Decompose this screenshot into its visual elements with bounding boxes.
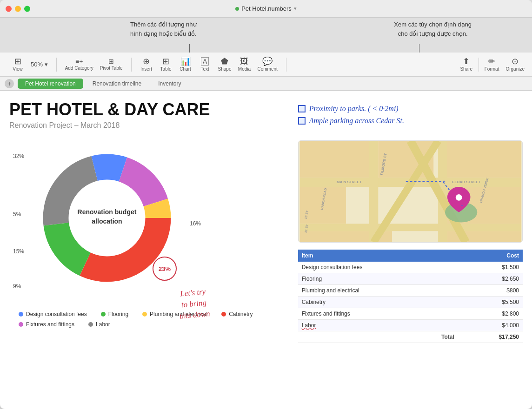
annotation-circle-23: 23% xyxy=(153,257,177,281)
donut-chart-wrapper[interactable]: 32% 5% 15% 9% 16% xyxy=(9,139,205,306)
col-header-cost: Cost xyxy=(458,250,523,262)
document-subtitle: Renovation Project – March 2018 xyxy=(9,121,284,130)
svg-text:CEDAR STREET: CEDAR STREET xyxy=(452,180,481,184)
col-header-item: Item xyxy=(298,250,458,262)
handwrite-note: Let's tryto bringthis down xyxy=(177,286,211,322)
tab-pet-hotel-renovation[interactable]: Pet Hotel renovation xyxy=(18,79,83,89)
document-title: PET HOTEL & DAY CARE xyxy=(9,100,284,119)
view-icon: ⊞ xyxy=(14,57,21,66)
svg-rect-19 xyxy=(369,141,378,242)
organize-button[interactable]: ⊙ Organize xyxy=(503,55,527,73)
table-row: Cabinetry$5,500 xyxy=(298,297,523,308)
notes-area: Proximity to parks. ( < 0·2mi) Ample par… xyxy=(298,100,523,133)
table-icon: ⊞ xyxy=(162,57,169,66)
chart-button[interactable]: 📊 Chart xyxy=(176,55,195,73)
add-tab-button[interactable]: + xyxy=(5,79,14,88)
toolbar-view-group: ⊞ View 50% ▾ xyxy=(5,55,54,73)
map-svg: FILMORE ST MAIN STREET CEDAR STREET 18 S… xyxy=(299,141,522,242)
zoom-button[interactable]: 50% ▾ xyxy=(28,59,51,69)
legend-item-design: Design consultation fees xyxy=(19,311,87,317)
svg-rect-12 xyxy=(443,141,521,178)
toolbar: ⊞ View 50% ▾ ≡+ Add Category ⊞ Pivot Tab… xyxy=(0,53,532,77)
note-item-1: Proximity to parks. ( < 0·2mi) xyxy=(298,105,523,113)
view-button[interactable]: ⊞ View xyxy=(8,55,27,73)
media-icon: 🖼 xyxy=(240,57,248,66)
legend-dot-fixtures xyxy=(19,322,23,327)
organize-icon: ⊙ xyxy=(512,57,519,66)
table-row: Labor$4,000 xyxy=(298,320,523,331)
table-cell-cost: $2,800 xyxy=(458,308,523,320)
shape-icon: ⬟ xyxy=(221,57,228,66)
sep2 xyxy=(131,58,132,72)
app-window: Pet Hotel.numbers ▾ Thêm các đối tượng n… xyxy=(0,0,532,409)
toolbar-insert-group: ⊕ Insert ⊞ Table 📊 Chart A Text ⬟ Shape … xyxy=(133,55,284,73)
map-area[interactable]: FILMORE ST MAIN STREET CEDAR STREET 18 S… xyxy=(298,140,523,243)
cost-table: Item Cost Design consultation fees$1,500… xyxy=(298,250,523,343)
text-icon: A xyxy=(201,57,209,66)
sep3 xyxy=(286,58,286,72)
legend-dot-labor xyxy=(88,322,93,327)
traffic-lights xyxy=(6,6,30,12)
legend-dot-design xyxy=(19,312,23,317)
chart-section: PET HOTEL & DAY CARE Renovation Project … xyxy=(9,100,284,400)
add-category-button[interactable]: ≡+ Add Category xyxy=(62,56,96,73)
table-total-label: Total xyxy=(298,331,458,343)
checkbox-1[interactable] xyxy=(298,105,306,112)
file-icon xyxy=(235,7,239,11)
share-icon: ⬆ xyxy=(463,57,470,66)
table-button[interactable]: ⊞ Table xyxy=(157,55,175,73)
annotation-area: Thêm các đối tượng như hình dạng hoặc bi… xyxy=(0,18,532,53)
svg-text:Renovation budget: Renovation budget xyxy=(78,208,137,216)
tab-inventory[interactable]: Inventory xyxy=(151,79,188,89)
comment-button[interactable]: 💬 Comment xyxy=(254,55,280,73)
svg-point-32 xyxy=(455,194,462,201)
sep1 xyxy=(56,58,57,72)
tab-renovation-timeline[interactable]: Renovation timeline xyxy=(85,79,149,89)
table-cell-cost: $4,000 xyxy=(458,320,523,331)
svg-text:+: + xyxy=(460,203,463,208)
svg-text:allocation: allocation xyxy=(92,218,122,225)
legend-dot-cabinetry xyxy=(221,312,226,317)
table-total-value: $17,250 xyxy=(458,331,523,343)
maximize-button[interactable] xyxy=(24,6,30,12)
table-cell-cost: $2,650 xyxy=(458,273,523,285)
format-button[interactable]: ✏ Format xyxy=(482,55,502,73)
svg-rect-10 xyxy=(300,141,369,178)
legend-item-fixtures: Fixtures and fittings xyxy=(19,321,74,328)
window-title: Pet Hotel.numbers ▾ xyxy=(235,5,297,12)
left-arrow-line xyxy=(189,44,190,53)
table-row: Fixtures and fittings$2,800 xyxy=(298,308,523,320)
media-button[interactable]: 🖼 Media xyxy=(235,55,253,73)
table-cell-item: Plumbing and electrical xyxy=(298,285,458,297)
insert-button[interactable]: ⊕ Insert xyxy=(137,55,156,73)
table-cell-cost: $5,500 xyxy=(458,297,523,308)
table-total-row: Total$17,250 xyxy=(298,331,523,343)
table-cell-item: Cabinetry xyxy=(298,297,458,308)
titlebar: Pet Hotel.numbers ▾ xyxy=(0,0,532,18)
share-button[interactable]: ⬆ Share xyxy=(457,55,476,73)
sep4 xyxy=(479,58,479,72)
checkbox-2[interactable] xyxy=(298,117,306,125)
text-button[interactable]: A Text xyxy=(196,55,214,73)
note-item-2: Ample parking across Cedar St. xyxy=(298,117,523,125)
close-button[interactable] xyxy=(6,6,12,12)
table-cell-cost: $1,500 xyxy=(458,262,523,273)
comment-icon: 💬 xyxy=(262,57,273,66)
data-table-wrapper: Item Cost Design consultation fees$1,500… xyxy=(298,250,523,343)
table-cell-item: Labor xyxy=(298,320,458,331)
note-text-2: Ample parking across Cedar St. xyxy=(309,117,404,125)
pivot-table-button[interactable]: ⊞ Pivot Table xyxy=(97,56,126,73)
shape-button[interactable]: ⬟ Shape xyxy=(215,55,234,73)
chart-icon: 📊 xyxy=(180,57,191,66)
add-category-icon: ≡+ xyxy=(75,58,83,65)
chart-legend: Design consultation fees Flooring Plumbi… xyxy=(19,311,284,328)
table-cell-item: Fixtures and fittings xyxy=(298,308,458,320)
legend-item-labor: Labor xyxy=(88,321,110,328)
table-cell-item: Design consultation fees xyxy=(298,262,458,273)
legend-dot-plumbing xyxy=(142,312,147,317)
toolbar-category-group: ≡+ Add Category ⊞ Pivot Table xyxy=(59,56,129,73)
left-annotation: Thêm các đối tượng như hình dạng hoặc bi… xyxy=(130,20,197,38)
legend-dot-flooring xyxy=(101,312,106,317)
minimize-button[interactable] xyxy=(15,6,21,12)
toolbar-right-group: ⬆ Share ✏ Format ⊙ Organize xyxy=(457,55,527,73)
